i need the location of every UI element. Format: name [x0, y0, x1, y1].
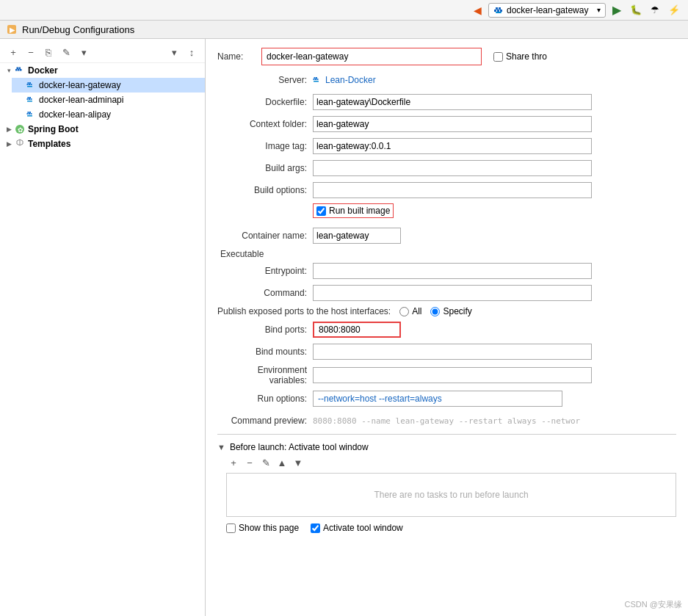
bind-ports-input[interactable]: [313, 322, 401, 338]
tree-item-gateway[interactable]: docker-lean-gateway: [12, 78, 205, 93]
more-button2[interactable]: ▾: [167, 45, 181, 59]
remove-config-button[interactable]: −: [23, 45, 38, 59]
context-folder-input[interactable]: [313, 116, 592, 132]
env-vars-row: Environment variables:: [217, 365, 676, 385]
radio-all-input[interactable]: [399, 307, 409, 316]
container-name-row: Container name:: [217, 227, 676, 244]
radio-specify[interactable]: Specify: [430, 306, 471, 316]
entrypoint-input[interactable]: [313, 263, 592, 279]
sort-button[interactable]: ↕: [184, 45, 199, 59]
entrypoint-row: Entrypoint:: [217, 262, 676, 280]
alipay-expander: [15, 109, 26, 120]
show-page-check[interactable]: Show this page: [226, 523, 299, 533]
before-launch-add[interactable]: +: [226, 455, 241, 470]
before-launch-header: ▼ Before launch: Activate tool window: [217, 442, 676, 452]
alipay-docker-icon: [26, 110, 36, 120]
activate-tool-check[interactable]: Activate tool window: [311, 523, 403, 533]
docker-dropdown-icon: [493, 5, 504, 15]
context-folder-row: Context folder:: [217, 115, 676, 133]
before-launch-down[interactable]: ▼: [291, 455, 305, 470]
run-button[interactable]: ▶: [609, 2, 625, 18]
svg-text:▶: ▶: [10, 26, 15, 34]
coverage-button[interactable]: ☂: [647, 2, 663, 18]
run-built-image-row: Run built image: [217, 203, 676, 222]
tree-group-docker[interactable]: ▾ Docker: [0, 63, 205, 78]
image-tag-input[interactable]: [313, 138, 592, 154]
copy-config-button[interactable]: ⎘: [41, 45, 56, 59]
tree-item-alipay[interactable]: docker-lean-alipay: [12, 107, 205, 122]
share-checkbox[interactable]: [493, 52, 503, 62]
svg-rect-10: [20, 69, 22, 71]
svg-text:✿: ✿: [18, 126, 23, 134]
radio-all[interactable]: All: [399, 306, 421, 316]
watermark: CSDN @安果缘: [625, 599, 682, 610]
run-options-row: Run options:: [217, 390, 676, 407]
publish-ports-label: Publish exposed ports to the host interf…: [217, 306, 396, 316]
server-row: Server: Lean-Docker: [217, 71, 676, 89]
svg-rect-13: [27, 84, 29, 85]
more-actions-button[interactable]: ▾: [76, 45, 91, 59]
add-config-button[interactable]: +: [6, 45, 21, 59]
build-args-input[interactable]: [313, 160, 592, 176]
share-check: Share thro: [493, 51, 547, 62]
svg-rect-36: [317, 79, 319, 80]
radio-group: All Specify: [399, 306, 472, 316]
image-tag-label: Image tag:: [217, 141, 313, 151]
window-title: Run/Debug Configurations: [22, 24, 134, 35]
command-input[interactable]: [313, 285, 592, 301]
docker-group-icon: [15, 65, 25, 76]
profile-button[interactable]: ⚡: [666, 2, 682, 18]
container-name-label: Container name:: [217, 231, 313, 241]
run-built-image-checkbox[interactable]: [316, 206, 326, 216]
bottom-checks: Show this page Activate tool window: [226, 523, 676, 533]
before-launch-toolbar: + − ✎ ▲ ▼: [226, 455, 676, 470]
before-launch-remove[interactable]: −: [242, 455, 257, 470]
back-button[interactable]: ◀: [469, 2, 485, 18]
tree-group-templates[interactable]: ▶ Templates: [0, 137, 205, 151]
svg-rect-2: [500, 10, 502, 12]
radio-specify-input[interactable]: [430, 307, 440, 316]
tree-group-springboot[interactable]: ▶ ✿ Spring Boot: [0, 122, 205, 137]
sidebar: + − ⎘ ✎ ▾ ▾ ↕ ▾: [0, 39, 206, 616]
svg-rect-3: [496, 7, 498, 10]
svg-rect-18: [27, 86, 32, 87]
server-link[interactable]: Lean-Docker: [325, 75, 376, 85]
env-vars-label: Environment variables:: [217, 365, 313, 385]
svg-rect-11: [17, 68, 19, 70]
svg-rect-8: [15, 69, 18, 71]
bind-mounts-input[interactable]: [313, 344, 592, 360]
before-launch-up[interactable]: ▲: [275, 455, 289, 470]
run-config-dropdown[interactable]: docker-lean-gateway ▾: [488, 3, 606, 18]
server-value: Lean-Docker: [313, 75, 376, 85]
build-options-input[interactable]: [313, 182, 592, 198]
dockerfile-input[interactable]: [313, 94, 592, 110]
main-window: ▶ Run/Debug Configurations + − ⎘ ✎ ▾ ▾ ↕: [0, 21, 688, 616]
show-page-checkbox[interactable]: [226, 523, 236, 533]
templates-label: Templates: [28, 139, 70, 149]
run-options-input[interactable]: [313, 391, 562, 407]
name-input[interactable]: [261, 48, 482, 65]
command-row: Command:: [217, 284, 676, 302]
dropdown-arrow-icon: ▾: [597, 6, 601, 14]
executable-label: Executable: [217, 249, 264, 259]
context-folder-label: Context folder:: [217, 119, 313, 129]
activate-tool-checkbox[interactable]: [311, 523, 320, 533]
svg-rect-35: [315, 79, 316, 80]
show-page-label: Show this page: [239, 523, 299, 533]
svg-rect-23: [29, 97, 31, 98]
svg-rect-14: [29, 84, 30, 85]
entrypoint-label: Entrypoint:: [217, 266, 313, 276]
edit-config-button[interactable]: ✎: [59, 45, 73, 59]
bind-ports-row: Bind ports:: [217, 321, 676, 338]
tree: ▾ Docker: [0, 63, 205, 151]
tree-item-adminapi[interactable]: docker-lean-adminapi: [12, 93, 205, 107]
container-name-input[interactable]: [313, 228, 401, 244]
command-label: Command:: [217, 288, 313, 298]
debug-button[interactable]: 🐛: [628, 2, 644, 18]
env-vars-input[interactable]: [313, 367, 592, 383]
tree-item-gateway-label: docker-lean-gateway: [39, 80, 120, 90]
before-launch-edit[interactable]: ✎: [258, 455, 273, 470]
tree-item-adminapi-label: docker-lean-adminapi: [39, 95, 123, 105]
before-launch-collapse[interactable]: ▼: [217, 443, 225, 452]
run-options-label: Run options:: [217, 394, 313, 404]
